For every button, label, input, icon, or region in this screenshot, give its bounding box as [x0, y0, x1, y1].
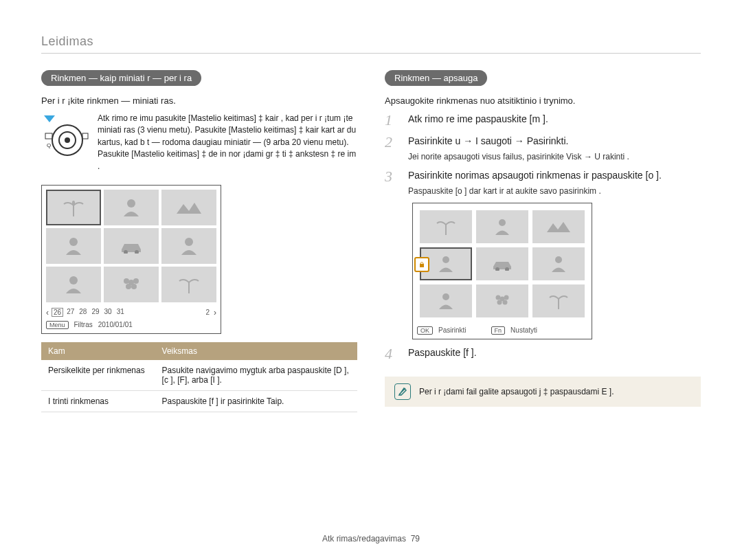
person-icon — [549, 254, 568, 273]
mountain-icon — [175, 200, 203, 215]
protect-screen: OK Pasirinkti Fn Nustatyti — [412, 203, 592, 339]
step-subtext: Jei norite apsaugoti visus failus, pasir… — [408, 151, 629, 163]
thumb-cell — [161, 267, 216, 302]
step-2: 2 Pasirinkite u → I saugoti → Pasirinkti… — [385, 135, 701, 162]
person-icon — [493, 217, 512, 236]
svg-point-28 — [497, 300, 502, 304]
note-text: Per i r ¡dami fail galite apsaugoti j ‡ … — [419, 387, 614, 396]
thumbnail-screen: ‹ 26 27 28 29 30 31 2 › Menu Filtras — [41, 185, 221, 334]
day-cell: 31 — [115, 308, 126, 317]
palm-icon — [547, 291, 570, 311]
car-icon — [489, 257, 515, 271]
ok-label: Pasirinkti — [438, 326, 466, 334]
thumb-cell — [46, 190, 101, 225]
person-icon — [436, 291, 456, 311]
section-pill-protect: Rinkmen — apsauga — [385, 70, 487, 86]
row-action: Paspauskite [f ] ir pasirinkite Taip. — [155, 390, 357, 412]
filter-label: Filtras — [74, 321, 93, 328]
svg-point-17 — [131, 284, 137, 289]
svg-rect-4 — [45, 133, 52, 139]
screen-button-strip: OK Pasirinkti Fn Nustatyti — [413, 324, 592, 339]
footer-section: Atk rimas/redagavimas — [322, 534, 406, 544]
svg-point-16 — [126, 284, 131, 289]
step-1: 1 Atk rimo re ime paspauskite [m ]. — [385, 113, 701, 128]
table-row: Persikelkite per rinkmenas Pasukite navi… — [41, 360, 357, 391]
svg-point-29 — [503, 300, 508, 304]
step-number: 3 — [385, 169, 398, 197]
person-icon — [179, 236, 199, 256]
thumb-cell — [476, 210, 528, 243]
svg-point-26 — [496, 295, 501, 300]
ok-button-chip: OK — [417, 326, 433, 335]
table-row: I trinti rinkmenas Paspauskite [f ] ir p… — [41, 390, 357, 412]
thumb-cell-selected — [420, 247, 472, 280]
svg-point-14 — [124, 278, 129, 284]
palm-icon — [177, 274, 201, 295]
right-column: Rinkmen — apsauga Apsaugokite rinkmenas … — [385, 70, 701, 412]
menu-strip: Menu Filtras 2010/01/01 — [42, 319, 221, 333]
thumb-cell — [476, 284, 528, 317]
svg-point-15 — [133, 278, 139, 284]
person-icon — [63, 274, 84, 295]
thumb-cell — [161, 190, 216, 225]
row-purpose: I trinti rinkmenas — [41, 390, 155, 412]
svg-point-11 — [185, 238, 193, 246]
thumb-cell — [532, 247, 585, 280]
actions-table: Kam Veiksmas Persikelkite per rinkmenas … — [41, 342, 357, 412]
day-cell: 29 — [90, 308, 100, 317]
svg-rect-5 — [82, 133, 88, 139]
menu-button-chip: Menu — [46, 321, 69, 329]
step-number: 1 — [385, 113, 398, 128]
person-icon — [121, 197, 142, 218]
svg-point-24 — [442, 293, 449, 300]
day-cell: 30 — [103, 308, 113, 317]
step-4: 4 Paspauskite [f ]. — [385, 346, 701, 361]
thumb-cell — [104, 267, 159, 302]
svg-marker-0 — [44, 115, 55, 122]
svg-point-8 — [69, 238, 78, 246]
lock-icon — [414, 257, 429, 272]
footer-page-number: 79 — [411, 534, 420, 544]
day-count: 2 — [204, 309, 211, 316]
row-purpose: Persikelkite per rinkmenas — [41, 360, 155, 391]
row-action: Pasukite navigavimo mygtuk arba paspausk… — [155, 360, 357, 391]
palm-icon — [434, 217, 458, 236]
day-cell: 28 — [78, 308, 88, 317]
prev-arrow-icon: ‹ — [46, 308, 49, 317]
section-pill-thumbnails: Rinkmen — kaip miniati r — per i ra — [41, 70, 201, 86]
thumb-cell — [532, 210, 585, 243]
thumb-cell — [46, 228, 101, 264]
palm-icon — [61, 197, 86, 218]
thumb-cell — [420, 210, 472, 243]
thumb-cell — [104, 228, 159, 264]
svg-rect-19 — [420, 264, 424, 267]
page-footer: Atk rimas/redagavimas 79 — [0, 534, 742, 544]
zoom-dial-illustration: Q — [41, 113, 89, 161]
person-icon — [63, 236, 84, 256]
step-body: Pasirinkite norimas apsaugoti rinkmenas … — [408, 169, 662, 183]
step-body: Pasirinkite u → I saugoti → Pasirinkti. — [408, 135, 629, 148]
car-icon — [117, 238, 145, 254]
left-lead: Per i r ¡kite rinkmen — miniati ras. — [41, 96, 357, 106]
right-lead: Apsaugokite rinkmenas nuo atsitiktinio i… — [385, 96, 701, 106]
table-head-purpose: Kam — [41, 342, 155, 360]
next-arrow-icon: › — [214, 308, 216, 317]
left-column: Rinkmen — kaip miniati r — per i ra Per … — [41, 70, 357, 412]
fn-label: Nustatyti — [510, 326, 537, 334]
svg-point-20 — [442, 256, 449, 263]
svg-point-12 — [69, 276, 78, 284]
step-body: Paspauskite [f ]. — [408, 346, 477, 361]
mountain-icon — [546, 220, 572, 234]
date-strip: ‹ 26 27 28 29 30 31 2 › — [42, 306, 221, 319]
fn-button-chip: Fn — [491, 326, 506, 335]
step-body: Atk rimo re ime paspauskite [m ]. — [408, 113, 548, 128]
thumb-cell — [476, 247, 528, 280]
svg-point-18 — [499, 219, 506, 226]
day-cell: 26 — [52, 308, 63, 317]
thumb-cell — [161, 228, 216, 264]
note-icon — [394, 383, 411, 400]
step-number: 2 — [385, 135, 398, 162]
thumb-cell — [420, 284, 472, 317]
info-note: Per i r ¡dami fail galite apsaugoti j ‡ … — [385, 377, 701, 407]
step-number: 4 — [385, 346, 398, 361]
